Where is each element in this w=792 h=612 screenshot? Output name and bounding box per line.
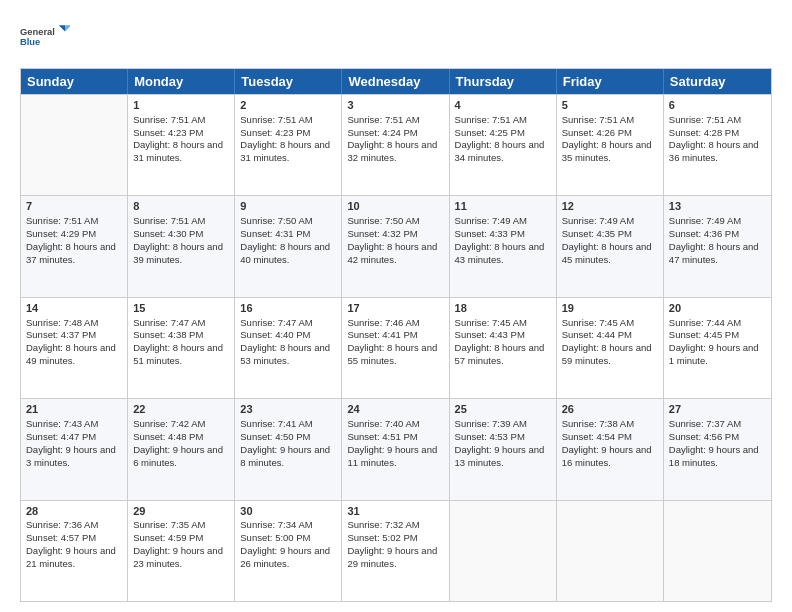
sunset: Sunset: 4:24 PM [347,127,417,138]
sunrise: Sunrise: 7:35 AM [133,519,205,530]
daylight: Daylight: 9 hours and 11 minutes. [347,444,437,468]
day-30: 30 Sunrise: 7:34 AM Sunset: 5:00 PM Dayl… [235,501,342,601]
sunset: Sunset: 4:50 PM [240,431,310,442]
sunrise: Sunrise: 7:50 AM [240,215,312,226]
sunset: Sunset: 5:00 PM [240,532,310,543]
calendar-body: 1 Sunrise: 7:51 AM Sunset: 4:23 PM Dayli… [21,94,771,601]
day-number: 14 [26,301,122,316]
day-26: 26 Sunrise: 7:38 AM Sunset: 4:54 PM Dayl… [557,399,664,499]
sunset: Sunset: 4:23 PM [133,127,203,138]
daylight: Daylight: 9 hours and 3 minutes. [26,444,116,468]
daylight: Daylight: 8 hours and 49 minutes. [26,342,116,366]
sunset: Sunset: 4:25 PM [455,127,525,138]
daylight: Daylight: 8 hours and 47 minutes. [669,241,759,265]
day-number: 3 [347,98,443,113]
day-16: 16 Sunrise: 7:47 AM Sunset: 4:40 PM Dayl… [235,298,342,398]
week-row-4: 21 Sunrise: 7:43 AM Sunset: 4:47 PM Dayl… [21,398,771,499]
sunset: Sunset: 4:28 PM [669,127,739,138]
svg-text:General: General [20,27,55,37]
day-number: 22 [133,402,229,417]
day-24: 24 Sunrise: 7:40 AM Sunset: 4:51 PM Dayl… [342,399,449,499]
day-number: 26 [562,402,658,417]
sunset: Sunset: 5:02 PM [347,532,417,543]
daylight: Daylight: 9 hours and 16 minutes. [562,444,652,468]
sunrise: Sunrise: 7:49 AM [455,215,527,226]
day-29: 29 Sunrise: 7:35 AM Sunset: 4:59 PM Dayl… [128,501,235,601]
sunset: Sunset: 4:53 PM [455,431,525,442]
empty-cell-4-6 [664,501,771,601]
daylight: Daylight: 8 hours and 42 minutes. [347,241,437,265]
daylight: Daylight: 8 hours and 53 minutes. [240,342,330,366]
day-number: 23 [240,402,336,417]
daylight: Daylight: 9 hours and 13 minutes. [455,444,545,468]
sunrise: Sunrise: 7:51 AM [347,114,419,125]
day-number: 17 [347,301,443,316]
day-number: 11 [455,199,551,214]
daylight: Daylight: 8 hours and 35 minutes. [562,139,652,163]
week-row-3: 14 Sunrise: 7:48 AM Sunset: 4:37 PM Dayl… [21,297,771,398]
day-11: 11 Sunrise: 7:49 AM Sunset: 4:33 PM Dayl… [450,196,557,296]
day-22: 22 Sunrise: 7:42 AM Sunset: 4:48 PM Dayl… [128,399,235,499]
day-12: 12 Sunrise: 7:49 AM Sunset: 4:35 PM Dayl… [557,196,664,296]
week-row-5: 28 Sunrise: 7:36 AM Sunset: 4:57 PM Dayl… [21,500,771,601]
daylight: Daylight: 9 hours and 23 minutes. [133,545,223,569]
header-monday: Monday [128,69,235,94]
day-number: 25 [455,402,551,417]
day-number: 13 [669,199,766,214]
sunset: Sunset: 4:31 PM [240,228,310,239]
sunrise: Sunrise: 7:32 AM [347,519,419,530]
daylight: Daylight: 8 hours and 55 minutes. [347,342,437,366]
logo: General Blue [20,16,70,58]
sunset: Sunset: 4:51 PM [347,431,417,442]
daylight: Daylight: 9 hours and 1 minute. [669,342,759,366]
daylight: Daylight: 8 hours and 57 minutes. [455,342,545,366]
day-31: 31 Sunrise: 7:32 AM Sunset: 5:02 PM Dayl… [342,501,449,601]
daylight: Daylight: 8 hours and 39 minutes. [133,241,223,265]
day-8: 8 Sunrise: 7:51 AM Sunset: 4:30 PM Dayli… [128,196,235,296]
week-row-1: 1 Sunrise: 7:51 AM Sunset: 4:23 PM Dayli… [21,94,771,195]
day-number: 29 [133,504,229,519]
sunrise: Sunrise: 7:48 AM [26,317,98,328]
sunrise: Sunrise: 7:46 AM [347,317,419,328]
daylight: Daylight: 8 hours and 45 minutes. [562,241,652,265]
header-wednesday: Wednesday [342,69,449,94]
sunrise: Sunrise: 7:45 AM [562,317,634,328]
calendar: SundayMondayTuesdayWednesdayThursdayFrid… [20,68,772,602]
svg-text:Blue: Blue [20,37,40,47]
sunset: Sunset: 4:32 PM [347,228,417,239]
day-9: 9 Sunrise: 7:50 AM Sunset: 4:31 PM Dayli… [235,196,342,296]
svg-marker-2 [59,25,65,31]
sunrise: Sunrise: 7:39 AM [455,418,527,429]
sunset: Sunset: 4:48 PM [133,431,203,442]
daylight: Daylight: 8 hours and 32 minutes. [347,139,437,163]
day-7: 7 Sunrise: 7:51 AM Sunset: 4:29 PM Dayli… [21,196,128,296]
daylight: Daylight: 8 hours and 31 minutes. [133,139,223,163]
daylight: Daylight: 8 hours and 59 minutes. [562,342,652,366]
day-number: 20 [669,301,766,316]
day-28: 28 Sunrise: 7:36 AM Sunset: 4:57 PM Dayl… [21,501,128,601]
sunrise: Sunrise: 7:51 AM [562,114,634,125]
day-20: 20 Sunrise: 7:44 AM Sunset: 4:45 PM Dayl… [664,298,771,398]
sunrise: Sunrise: 7:47 AM [240,317,312,328]
day-number: 8 [133,199,229,214]
sunset: Sunset: 4:33 PM [455,228,525,239]
day-number: 9 [240,199,336,214]
daylight: Daylight: 8 hours and 43 minutes. [455,241,545,265]
sunset: Sunset: 4:30 PM [133,228,203,239]
sunset: Sunset: 4:37 PM [26,329,96,340]
daylight: Daylight: 8 hours and 31 minutes. [240,139,330,163]
sunrise: Sunrise: 7:42 AM [133,418,205,429]
day-4: 4 Sunrise: 7:51 AM Sunset: 4:25 PM Dayli… [450,95,557,195]
sunrise: Sunrise: 7:44 AM [669,317,741,328]
sunset: Sunset: 4:54 PM [562,431,632,442]
header-sunday: Sunday [21,69,128,94]
sunrise: Sunrise: 7:51 AM [133,114,205,125]
header-thursday: Thursday [450,69,557,94]
sunrise: Sunrise: 7:37 AM [669,418,741,429]
page: General Blue SundayMondayTuesdayWednesda… [0,0,792,612]
header: General Blue [20,16,772,58]
sunset: Sunset: 4:36 PM [669,228,739,239]
sunset: Sunset: 4:45 PM [669,329,739,340]
daylight: Daylight: 9 hours and 18 minutes. [669,444,759,468]
day-23: 23 Sunrise: 7:41 AM Sunset: 4:50 PM Dayl… [235,399,342,499]
